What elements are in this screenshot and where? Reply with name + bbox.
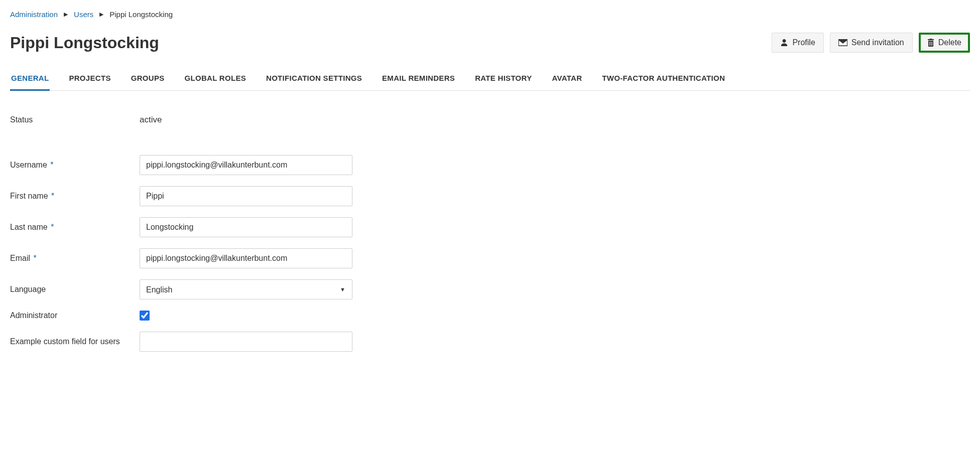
profile-button[interactable]: Profile [772,33,823,53]
form-row-administrator: Administrator [10,311,970,321]
firstname-input[interactable] [140,186,352,206]
chevron-right-icon: ▶ [64,11,68,18]
status-label: Status [10,115,140,124]
form-row-username: Username * [10,155,970,175]
send-invitation-button-label: Send invitation [851,38,904,47]
user-form: Status active Username * First name * La… [10,115,970,352]
custom-field-label: Example custom field for users [10,337,140,346]
status-value: active [140,115,162,125]
person-icon [780,39,788,47]
firstname-label: First name * [10,192,140,201]
custom-field-input[interactable] [140,332,352,352]
tab-email-reminders[interactable]: EMAIL REMINDERS [381,69,456,91]
form-row-language: Language English ▼ [10,279,970,299]
tab-notification-settings[interactable]: NOTIFICATION SETTINGS [265,69,363,91]
tab-groups[interactable]: GROUPS [130,69,166,91]
language-label: Language [10,285,140,294]
tab-global-roles[interactable]: GLOBAL ROLES [184,69,248,91]
page-header: Pippi Longstocking Profile Send invitati… [10,33,970,53]
tab-general[interactable]: GENERAL [10,69,50,91]
form-row-email: Email * [10,248,970,268]
form-row-lastname: Last name * [10,217,970,237]
send-invitation-button[interactable]: Send invitation [830,33,913,53]
delete-button-label: Delete [938,38,961,47]
breadcrumb-administration[interactable]: Administration [10,10,58,19]
language-select[interactable]: English [140,279,352,299]
email-input[interactable] [140,248,352,268]
header-actions: Profile Send invitation Delete [772,33,970,53]
breadcrumb: Administration ▶ Users ▶ Pippi Longstock… [10,10,970,19]
form-row-custom-field: Example custom field for users [10,332,970,352]
administrator-label: Administrator [10,311,140,320]
chevron-right-icon: ▶ [99,11,103,18]
breadcrumb-current: Pippi Longstocking [109,10,173,19]
tabs: GENERAL PROJECTS GROUPS GLOBAL ROLES NOT… [10,69,970,91]
breadcrumb-users[interactable]: Users [74,10,93,19]
form-row-firstname: First name * [10,186,970,206]
tab-projects[interactable]: PROJECTS [68,69,111,91]
delete-button[interactable]: Delete [919,33,970,53]
lastname-input[interactable] [140,217,352,237]
lastname-label: Last name * [10,223,140,232]
username-input[interactable] [140,155,352,175]
tab-rate-history[interactable]: RATE HISTORY [474,69,533,91]
trash-icon [927,39,934,47]
tab-two-factor[interactable]: TWO-FACTOR AUTHENTICATION [601,69,726,91]
envelope-icon [838,39,847,46]
tab-avatar[interactable]: AVATAR [551,69,583,91]
profile-button-label: Profile [792,38,815,47]
form-row-status: Status active [10,115,970,125]
administrator-checkbox[interactable] [140,311,150,321]
email-label: Email * [10,254,140,263]
page-title: Pippi Longstocking [10,34,159,52]
username-label: Username * [10,161,140,170]
